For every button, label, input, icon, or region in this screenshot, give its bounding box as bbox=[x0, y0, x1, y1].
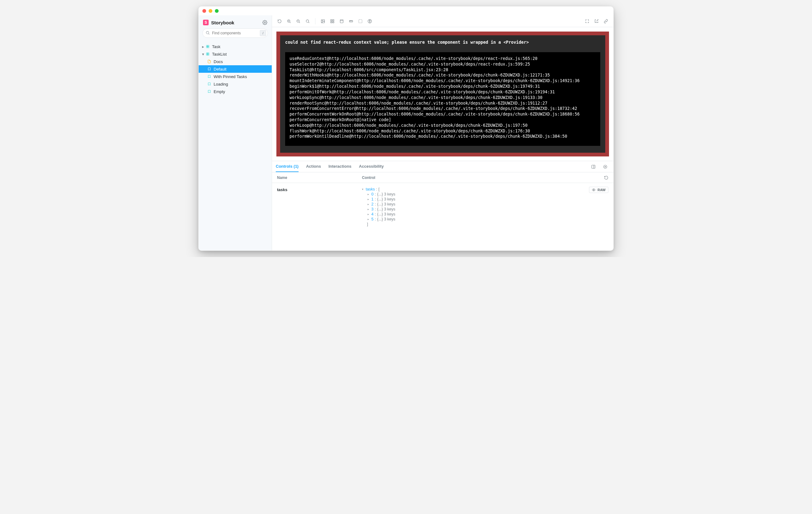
sidebar-docs-item[interactable]: Docs bbox=[199, 58, 272, 65]
window-titlebar bbox=[199, 6, 613, 15]
zoom-in-button[interactable] bbox=[285, 17, 293, 26]
svg-rect-7 bbox=[208, 53, 209, 54]
svg-point-14 bbox=[322, 20, 323, 21]
svg-rect-18 bbox=[332, 22, 334, 23]
addons-tabs: Controls (1)ActionsInteractionsAccessibi… bbox=[272, 161, 613, 172]
json-array-item[interactable]: ▸2: {...} 3 keys bbox=[362, 202, 608, 207]
outline-button[interactable] bbox=[356, 17, 365, 26]
json-index: 1 bbox=[371, 197, 374, 201]
error-overlay: could not find react-redux context value… bbox=[277, 32, 609, 156]
remount-button[interactable] bbox=[275, 17, 284, 26]
settings-button[interactable] bbox=[262, 20, 267, 25]
preview-canvas: could not find react-redux context value… bbox=[272, 27, 613, 251]
window-zoom-button[interactable] bbox=[215, 9, 219, 13]
grid-button[interactable] bbox=[328, 17, 337, 26]
viewport-button[interactable] bbox=[337, 17, 346, 26]
svg-rect-21 bbox=[359, 19, 362, 23]
svg-rect-3 bbox=[208, 45, 209, 47]
tree-item-label: Task bbox=[212, 44, 221, 49]
storybook-mark-icon: S bbox=[203, 20, 209, 25]
caret-right-icon: ▸ bbox=[368, 198, 370, 201]
json-index: 4 bbox=[371, 212, 374, 217]
bookmark-icon bbox=[207, 82, 211, 86]
search-shortcut-badge: / bbox=[260, 30, 266, 36]
fullscreen-button[interactable] bbox=[583, 17, 591, 26]
json-array-item[interactable]: ▸4: {...} 3 keys bbox=[362, 212, 608, 217]
copy-link-button[interactable] bbox=[602, 17, 610, 26]
raw-label: RAW bbox=[598, 188, 606, 192]
json-index: 3 bbox=[371, 207, 374, 211]
addons-panel: Controls (1)ActionsInteractionsAccessibi… bbox=[272, 161, 613, 251]
caret-right-icon: ▸ bbox=[368, 213, 370, 216]
a11y-button[interactable] bbox=[366, 17, 374, 26]
sidebar-story-item[interactable]: Default bbox=[199, 65, 272, 73]
caret-right-icon: ▸ bbox=[368, 203, 370, 206]
json-summary: {...} 3 keys bbox=[377, 217, 395, 221]
search-field[interactable]: / bbox=[202, 28, 268, 38]
app-name: Storybook bbox=[211, 20, 234, 25]
background-button[interactable] bbox=[319, 17, 327, 26]
window-close-button[interactable] bbox=[202, 9, 206, 13]
svg-rect-16 bbox=[332, 19, 334, 21]
explorer-tree: ▸Task▾TaskListDocsDefaultWith Pinned Tas… bbox=[199, 41, 272, 96]
svg-rect-6 bbox=[206, 53, 208, 54]
sidebar-component-item[interactable]: ▸Task bbox=[199, 43, 272, 50]
sidebar-component-item[interactable]: ▾TaskList bbox=[199, 50, 272, 58]
caret-right-icon: ▸ bbox=[368, 208, 370, 211]
bookmark-icon bbox=[207, 75, 211, 78]
addons-tab[interactable]: Accessibility bbox=[359, 161, 384, 172]
svg-rect-9 bbox=[208, 54, 209, 56]
json-summary: {...} 3 keys bbox=[377, 207, 395, 211]
search-input[interactable] bbox=[202, 28, 268, 38]
main-panel: could not find react-redux context value… bbox=[272, 15, 613, 251]
json-array-item[interactable]: ▸5: {...} 3 keys bbox=[362, 217, 608, 222]
addons-orientation-button[interactable] bbox=[589, 162, 598, 171]
window-minimize-button[interactable] bbox=[209, 9, 212, 13]
svg-point-1 bbox=[206, 31, 209, 34]
addons-tab[interactable]: Controls (1) bbox=[276, 161, 298, 172]
zoom-out-button[interactable] bbox=[294, 17, 302, 26]
sidebar-story-item[interactable]: Empty bbox=[199, 88, 272, 95]
svg-point-26 bbox=[593, 190, 594, 191]
svg-rect-4 bbox=[206, 47, 208, 48]
json-array-item[interactable]: ▸0: {...} 3 keys bbox=[362, 192, 608, 197]
raw-toggle-button[interactable]: RAW bbox=[589, 187, 608, 193]
chevron-right-icon: ▸ bbox=[202, 45, 205, 48]
app-window: S Storybook / ▸Task▾TaskListDocsDefaultW… bbox=[198, 6, 614, 251]
json-open-bracket: [ bbox=[378, 187, 379, 192]
json-array-item[interactable]: ▸3: {...} 3 keys bbox=[362, 207, 608, 212]
caret-right-icon: ▸ bbox=[368, 218, 370, 221]
control-arg-value[interactable]: RAW ▾ tasks : [ ▸0: {...} 3 keys▸1: {...… bbox=[362, 187, 608, 227]
tree-item-label: TaskList bbox=[212, 52, 227, 57]
addons-tab[interactable]: Interactions bbox=[328, 161, 352, 172]
open-isolated-button[interactable] bbox=[592, 17, 601, 26]
storybook-logo[interactable]: S Storybook bbox=[203, 20, 234, 25]
sidebar-story-item[interactable]: With Pinned Tasks bbox=[199, 73, 272, 80]
svg-rect-8 bbox=[206, 54, 208, 56]
json-summary: {...} 3 keys bbox=[377, 192, 395, 196]
tree-item-label: Default bbox=[213, 67, 226, 72]
controls-reset-button[interactable] bbox=[604, 175, 608, 180]
caret-right-icon: ▸ bbox=[368, 193, 370, 196]
sidebar-story-item[interactable]: Loading bbox=[199, 80, 272, 88]
svg-point-23 bbox=[370, 20, 370, 21]
component-icon bbox=[206, 45, 209, 49]
caret-down-icon[interactable]: ▾ bbox=[362, 188, 365, 191]
svg-rect-17 bbox=[331, 22, 332, 23]
measure-button[interactable] bbox=[347, 17, 355, 26]
json-index: 2 bbox=[371, 202, 374, 206]
bookmark-icon bbox=[207, 67, 211, 71]
svg-point-12 bbox=[306, 20, 309, 22]
controls-col-name: Name bbox=[277, 175, 362, 180]
zoom-reset-button[interactable] bbox=[303, 17, 312, 26]
json-array-item[interactable]: ▸1: {...} 3 keys bbox=[362, 197, 608, 202]
json-summary: {...} 3 keys bbox=[377, 212, 395, 217]
controls-col-control: Control bbox=[362, 175, 604, 180]
control-arg-name: tasks bbox=[277, 187, 362, 192]
json-index: 5 bbox=[371, 217, 374, 221]
svg-point-0 bbox=[264, 22, 265, 23]
addons-tab[interactable]: Actions bbox=[306, 161, 321, 172]
svg-rect-5 bbox=[208, 47, 209, 48]
error-stacktrace: useReduxContext@http://localhost:6006/no… bbox=[285, 52, 600, 146]
addons-close-button[interactable] bbox=[601, 162, 610, 171]
